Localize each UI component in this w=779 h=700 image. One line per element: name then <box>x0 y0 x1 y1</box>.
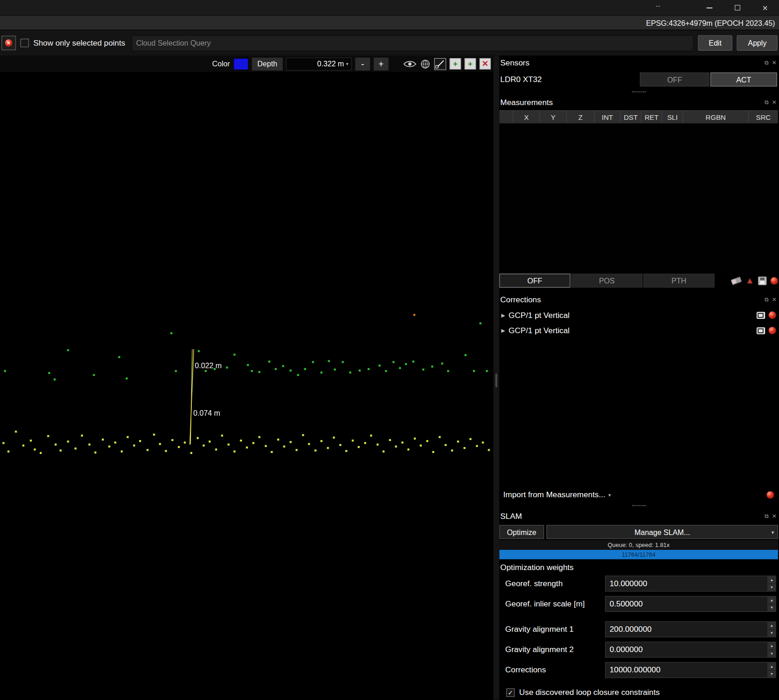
point <box>426 440 428 442</box>
georef-strength-input[interactable]: 10.000000 ▲▼ <box>605 576 776 591</box>
spin-down-icon[interactable]: ▼ <box>768 604 775 612</box>
point <box>30 440 32 441</box>
spin-up-icon[interactable]: ▲ <box>768 642 775 650</box>
clear-selection-button[interactable]: ✕ <box>1 36 16 50</box>
point <box>465 354 466 356</box>
sensor-off-button[interactable]: OFF <box>640 72 709 86</box>
status-strip: EPSG:4326+4979m (EPOCH 2023.45) <box>0 15 779 29</box>
measurement-modes-row: OFF POS PTH ▲ <box>499 273 778 288</box>
x-icon: ✕ <box>482 60 488 68</box>
point <box>221 435 223 436</box>
cloud-selection-query-input[interactable] <box>132 35 694 51</box>
close-panel-icon[interactable]: ✕ <box>772 513 777 519</box>
depth-increase-button[interactable]: + <box>374 57 389 70</box>
mode-pth-button[interactable]: PTH <box>643 274 714 288</box>
point <box>147 449 148 451</box>
point <box>368 368 370 370</box>
delete-correction-icon[interactable] <box>768 327 776 334</box>
apply-button[interactable]: Apply <box>737 35 778 51</box>
gravity-alignment-1-input[interactable]: 200.000000 ▲▼ <box>605 621 776 637</box>
point <box>389 439 391 441</box>
expand-triangle-icon[interactable]: ▶ <box>502 312 505 318</box>
point <box>7 451 9 453</box>
point <box>178 446 180 448</box>
maximize-button[interactable] <box>723 0 751 15</box>
color-label: Color <box>212 59 230 68</box>
detach-panel-icon[interactable]: ⧉ <box>765 100 768 106</box>
close-panel-icon[interactable]: ✕ <box>772 100 777 106</box>
point <box>234 451 236 453</box>
add-selection-button[interactable]: + <box>449 58 461 70</box>
point <box>234 353 236 355</box>
minimize-button[interactable] <box>696 0 723 15</box>
point-cloud-viewport[interactable]: 0.022 m 0.074 m <box>0 72 493 700</box>
close-button[interactable]: ✕ <box>751 0 779 15</box>
column-header-src: SRC <box>749 111 778 123</box>
sensor-act-button[interactable]: ACT <box>710 72 777 86</box>
edit-button[interactable]: Edit <box>698 35 732 51</box>
point <box>482 441 484 443</box>
detach-panel-icon[interactable]: ⧉ <box>765 513 768 519</box>
add-selection-alt-button[interactable]: + <box>465 58 476 70</box>
section-drag-handle[interactable] <box>499 88 778 95</box>
point <box>476 445 478 447</box>
point <box>327 447 329 449</box>
manage-slam-button[interactable]: Manage SLAM... ▾ <box>547 525 778 539</box>
spin-up-icon[interactable]: ▲ <box>768 622 775 629</box>
remove-selection-button[interactable]: ✕ <box>479 58 491 70</box>
measurements-table-body[interactable] <box>499 124 778 272</box>
point <box>445 444 447 446</box>
depth-mode-button[interactable]: Depth <box>252 57 283 70</box>
point <box>304 368 306 370</box>
depth-decrease-button[interactable]: - <box>355 57 370 70</box>
section-drag-handle[interactable] <box>499 502 778 509</box>
point <box>407 448 409 450</box>
point <box>395 446 397 447</box>
point <box>139 440 141 442</box>
open-correction-icon[interactable] <box>756 327 765 334</box>
panel-splitter[interactable] <box>493 56 499 700</box>
close-icon: ✕ <box>762 4 768 12</box>
close-panel-icon[interactable]: ✕ <box>772 59 777 66</box>
globe-view-button[interactable] <box>420 59 431 70</box>
georef-inlier-scale-input[interactable]: 0.500000 ▲▼ <box>605 596 776 612</box>
delete-measurements-icon[interactable] <box>771 277 778 284</box>
expand-triangle-icon[interactable]: ▶ <box>502 328 505 333</box>
color-swatch[interactable] <box>234 58 248 70</box>
point <box>479 322 481 324</box>
spin-up-icon[interactable]: ▲ <box>768 663 775 670</box>
delete-correction-icon[interactable] <box>768 312 776 319</box>
point <box>297 374 299 376</box>
open-correction-icon[interactable] <box>756 312 765 318</box>
detach-panel-icon[interactable]: ⧉ <box>765 296 768 303</box>
mode-pos-button[interactable]: POS <box>571 274 642 288</box>
cone-marker-icon[interactable]: ▲ <box>745 276 754 285</box>
mode-off-button[interactable]: OFF <box>499 274 570 288</box>
correction-row[interactable]: ▶ GCP/1 pt Vertical <box>499 323 778 338</box>
show-only-selected-checkbox[interactable] <box>20 39 29 47</box>
point <box>47 435 49 437</box>
eraser-icon[interactable] <box>731 276 742 285</box>
close-panel-icon[interactable]: ✕ <box>772 296 777 303</box>
spin-up-icon[interactable]: ▲ <box>768 596 775 604</box>
save-icon[interactable] <box>758 276 767 285</box>
spin-down-icon[interactable]: ▼ <box>768 629 775 637</box>
gravity-alignment-2-input[interactable]: 0.000000 ▲▼ <box>605 642 776 658</box>
spin-down-icon[interactable]: ▼ <box>768 583 775 591</box>
point-picker-button[interactable] <box>434 58 446 70</box>
detach-panel-icon[interactable]: ⧉ <box>765 59 768 66</box>
import-from-measurements-button[interactable]: Import from Measurements... ▾ <box>499 487 778 502</box>
visibility-button[interactable] <box>403 60 416 68</box>
loop-closure-checkbox[interactable]: ✓ <box>506 688 514 696</box>
correction-row[interactable]: ▶ GCP/1 pt Vertical <box>499 307 778 323</box>
point <box>240 440 242 441</box>
spin-down-icon[interactable]: ▼ <box>768 670 775 677</box>
depth-value-field[interactable]: 0.322 m ▾ <box>286 57 352 70</box>
point <box>302 434 304 436</box>
corrections-weight-input[interactable]: 10000.000000 ▲▼ <box>605 662 776 678</box>
spin-up-icon[interactable]: ▲ <box>768 576 775 583</box>
spin-down-icon[interactable]: ▼ <box>768 649 775 657</box>
corrections-weight-field: Corrections 10000.000000 ▲▼ <box>499 662 778 679</box>
delete-corrections-icon[interactable] <box>767 491 774 498</box>
optimize-button[interactable]: Optimize <box>499 525 544 539</box>
